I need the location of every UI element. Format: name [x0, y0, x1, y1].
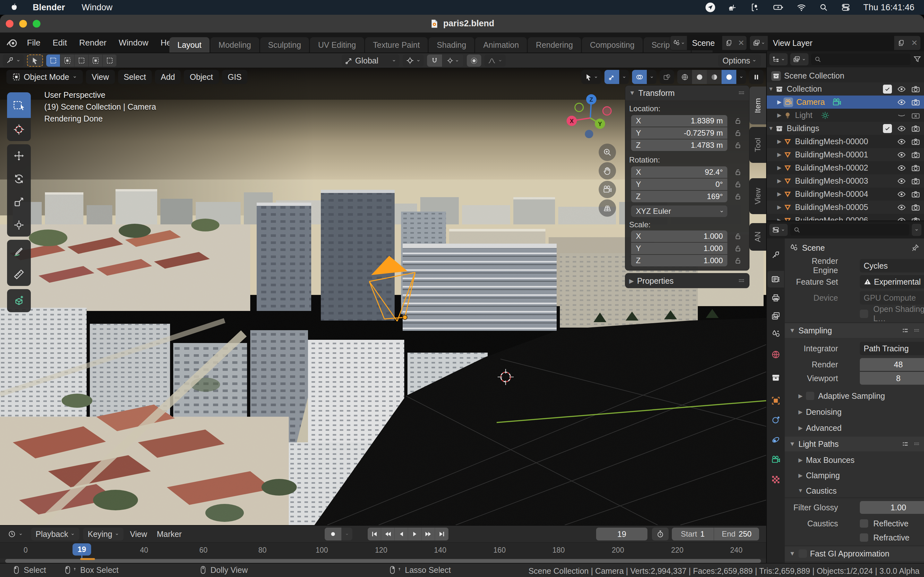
outliner-row-camera[interactable]: ▶Camera [767, 95, 924, 109]
disclosure-icon[interactable]: ▼ [767, 125, 775, 132]
viewport-ortho-toggle-button[interactable] [599, 199, 616, 217]
lock-icon[interactable] [734, 256, 742, 265]
adaptive-sampling-row[interactable]: ▶Adaptive Sampling [785, 389, 924, 403]
properties-tab-object[interactable] [767, 392, 784, 409]
auto-keyframe-toggle[interactable] [325, 528, 341, 540]
disable-render-icon[interactable] [911, 190, 920, 199]
npanel-tab-tool[interactable]: Tool [750, 127, 766, 163]
disable-render-icon[interactable] [911, 124, 920, 133]
workspace-tab-animation[interactable]: Animation [475, 37, 527, 53]
timeline-scrollbar[interactable] [5, 559, 761, 563]
hide-eye-icon[interactable] [897, 190, 906, 199]
scale-y-field[interactable]: Y1.000 [631, 243, 727, 254]
viewport-menu-object[interactable]: Object [184, 70, 218, 84]
tool-options-dropdown[interactable] [3, 55, 24, 67]
active-tool-button[interactable] [27, 55, 43, 67]
reflective-checkbox[interactable] [860, 519, 868, 528]
refractive-checkbox[interactable] [860, 533, 868, 542]
npanel-tab-item[interactable]: Item [750, 87, 766, 124]
location-y-field[interactable]: Y-0.72579 m [631, 127, 727, 139]
viewport-menu-select[interactable]: Select [118, 70, 152, 84]
disclosure-icon[interactable]: ▶ [775, 204, 783, 211]
lock-icon[interactable] [734, 117, 742, 125]
use-preview-range-button[interactable] [652, 528, 669, 540]
render-pause-button[interactable] [749, 70, 764, 84]
device-dropdown[interactable]: GPU Compute [860, 291, 924, 305]
properties-tab-world[interactable] [767, 346, 784, 363]
disable-render-icon[interactable] [911, 203, 920, 212]
workspace-tab-sculpting[interactable]: Sculpting [260, 37, 309, 53]
lock-icon[interactable] [734, 192, 742, 201]
play-button[interactable] [408, 528, 422, 540]
hide-eye-icon[interactable] [897, 124, 906, 133]
view-layer-name-field[interactable]: View Layer [768, 36, 894, 50]
shading-rendered-button[interactable] [722, 70, 736, 84]
timeline-editor-type-dropdown[interactable] [3, 528, 27, 540]
tool-annotate[interactable] [7, 240, 31, 263]
npanel-tab-view[interactable]: View [750, 178, 766, 214]
properties-search-input[interactable] [790, 224, 909, 235]
navigation-gizmo[interactable]: Z X Y [564, 92, 622, 143]
menu-bar-clock[interactable]: Thu 16:41:46 [863, 3, 914, 13]
properties-tab-output[interactable] [767, 290, 784, 306]
denoising-row[interactable]: ▶Denoising [785, 405, 924, 419]
lock-icon[interactable] [734, 244, 742, 253]
timeline-menu-playback[interactable]: Playback [31, 528, 79, 540]
properties-tab-physics[interactable] [767, 432, 784, 448]
properties-panel-header[interactable]: ▶Properties [625, 274, 749, 288]
select-mode-set[interactable] [46, 55, 60, 67]
view-layer-browse-button[interactable] [750, 36, 768, 50]
properties-tab-object-data[interactable] [767, 451, 784, 468]
properties-editor-type-dropdown[interactable] [769, 224, 788, 236]
disclosure-icon[interactable]: ▶ [796, 425, 804, 432]
outliner-row-buildingmesh[interactable]: ▶BuildingMesh-00004 [767, 187, 924, 201]
disable-render-icon[interactable] [911, 150, 920, 159]
timeline-menu-marker[interactable]: Marker [157, 530, 182, 539]
xray-toggle[interactable] [660, 70, 674, 84]
tool-cursor[interactable] [7, 118, 31, 141]
workspace-tab-uv-editing[interactable]: UV Editing [310, 37, 364, 53]
outliner-row-light[interactable]: ▶Light [767, 109, 924, 122]
shading-solid-button[interactable] [692, 70, 707, 84]
rotation-z-field[interactable]: Z169° [631, 191, 727, 202]
fast-gi-checkbox[interactable] [798, 550, 807, 558]
viewport-menu-gis[interactable]: GIS [222, 70, 247, 84]
wifi-icon[interactable] [796, 3, 806, 12]
outliner-row-buildingmesh[interactable]: ▶BuildingMesh-00003 [767, 174, 924, 187]
tool-transform[interactable] [7, 213, 31, 237]
handoff-icon[interactable] [750, 3, 760, 12]
tool-add-cube[interactable] [7, 289, 31, 312]
playhead[interactable]: 19 [73, 543, 91, 556]
current-frame-field[interactable]: 19 [596, 528, 648, 540]
jump-to-start-button[interactable] [368, 528, 381, 540]
preset-icon[interactable] [901, 326, 909, 335]
scene-copy-button[interactable] [722, 36, 736, 50]
rotation-mode-dropdown[interactable]: XYZ Euler [631, 205, 727, 217]
previous-keyframe-button[interactable] [381, 528, 395, 540]
select-mode-invert[interactable] [89, 55, 103, 67]
disclosure-icon[interactable]: ▶ [775, 191, 783, 197]
render-disabled-icon[interactable] [911, 111, 920, 120]
disclosure-icon[interactable]: ▼ [767, 86, 775, 92]
outliner-row-collection[interactable]: ▼Collection [767, 82, 924, 95]
light-paths-section-header[interactable]: ▼Light Paths [785, 437, 924, 451]
select-mode-intersect[interactable] [103, 55, 117, 67]
menu-edit[interactable]: Edit [53, 38, 67, 48]
battery-charging-icon[interactable] [773, 2, 784, 13]
timeline-menu-view[interactable]: View [130, 530, 147, 539]
eye-closed-icon[interactable] [897, 111, 906, 120]
outliner-row-scene-collection[interactable]: Scene Collection [767, 69, 924, 82]
properties-tab-view-layer[interactable] [767, 308, 784, 324]
drag-grip-icon[interactable] [913, 440, 920, 448]
lock-icon[interactable] [734, 168, 742, 176]
view-layer-remove-button[interactable]: ✕ [908, 36, 921, 50]
disclosure-icon[interactable]: ▶ [775, 151, 783, 158]
collection-checkbox[interactable] [883, 85, 892, 93]
timeline-menu-keying[interactable]: Keying [83, 528, 123, 540]
viewport-samples-field[interactable]: 8 [860, 372, 924, 385]
outliner-row-buildingmesh[interactable]: ▶BuildingMesh-00001 [767, 148, 924, 161]
hide-eye-icon[interactable] [897, 137, 906, 146]
disable-render-icon[interactable] [911, 85, 920, 93]
hide-eye-icon[interactable] [897, 98, 906, 107]
forklift-icon[interactable] [728, 3, 738, 12]
